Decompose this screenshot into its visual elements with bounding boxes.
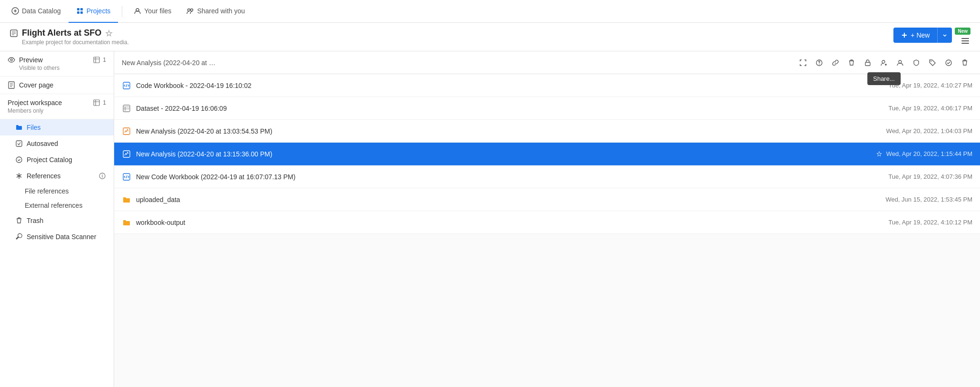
file-date: Tue, Apr 19, 2022, 4:07:36 PM [888,173,972,180]
table-row[interactable]: New Code Workbook (2022-04-19 at 16:07:0… [114,165,980,188]
dataset-icon [122,104,131,113]
sidebar-file-references[interactable]: File references [0,184,114,198]
new-button-arrow[interactable] [937,28,952,43]
new-button[interactable]: + New [893,28,937,43]
svg-point-12 [10,59,12,61]
table-row[interactable]: uploaded_data Wed, Jun 15, 2022, 1:53:45… [114,188,980,211]
project-file-icon [10,29,18,38]
sidebar: Preview 1 Visible to others Cover page P… [0,51,114,387]
sidebar-external-references[interactable]: External references [0,198,114,213]
table-row[interactable]: Dataset - 2022-04-19 16:06:09 Tue, Apr 1… [114,97,980,120]
svg-rect-15 [94,100,99,106]
check-icon-btn[interactable] [941,55,956,70]
svg-rect-3 [77,11,79,14]
tab-shared-with-you-label: Shared with you [197,7,245,15]
tab-data-catalog-label: Data Catalog [22,7,61,15]
table-row[interactable]: New Analysis (2022-04-20 at 13:15:36.00 … [114,143,980,165]
tag-icon [929,59,936,67]
tag-icon-btn[interactable] [925,55,940,70]
help-icon-btn[interactable] [812,55,827,70]
check-circle-icon [945,59,952,67]
project-header: Flight Alerts at SFO Example project for… [0,23,980,51]
file-date: Tue, Apr 19, 2022, 4:10:27 PM [888,82,972,89]
svg-rect-13 [94,57,99,63]
user-icon [896,59,904,67]
folder1-icon [122,195,131,204]
asterisk-icon [15,172,23,180]
workspace-table-icon [93,99,100,106]
file-date: Wed, Apr 20, 2022, 1:15:44 PM [886,150,972,157]
file-icon [122,104,131,113]
top-nav: Data Catalog Projects Your files Shared … [0,0,980,23]
svg-rect-2 [80,8,83,10]
svg-rect-16 [16,141,22,146]
shield-icon-btn[interactable] [909,55,924,70]
sidebar-cover-page[interactable]: Cover page [0,77,114,94]
lock-icon [864,59,872,67]
toolbar-actions: Share... [795,55,972,70]
sidebar-references-header[interactable]: References [0,168,114,184]
preview-sublabel: Visible to others [19,65,106,71]
file-icon [122,149,131,159]
lock-icon-btn[interactable] [860,55,875,70]
link-icon-btn[interactable] [828,55,843,70]
project-catalog-label: Project Catalog [27,156,72,164]
star-selected-icon[interactable] [876,151,882,157]
file-date: Wed, Apr 20, 2022, 1:04:03 PM [886,127,972,135]
file-date: Tue, Apr 19, 2022, 4:10:12 PM [888,219,972,226]
svg-rect-20 [865,62,870,66]
svg-point-6 [188,9,190,11]
svg-rect-1 [77,8,79,10]
delete-icon [848,59,855,67]
svg-rect-9 [961,38,969,39]
tab-shared-with-you[interactable]: Shared with you [179,0,252,23]
svg-point-22 [899,60,902,63]
external-references-label: External references [25,202,82,209]
share-btn-wrapper: Share... [876,55,892,70]
project-workspace-label: Project workspace [8,99,62,106]
tab-your-files[interactable]: Your files [126,0,179,23]
tab-your-files-label: Your files [144,7,171,15]
tab-projects[interactable]: Projects [69,0,118,23]
sidebar-preview[interactable]: Preview 1 Visible to others [0,51,114,77]
project-subtitle: Example project for documentation media. [22,39,129,46]
expand-icon-btn[interactable] [795,55,811,70]
new-badge: New [955,28,970,35]
sidebar-sensitive-data-scanner[interactable]: Sensitive Data Scanner [0,229,114,245]
file-name: Dataset - 2022-04-19 16:06:09 [136,105,888,112]
content-area: New Analysis (2022-04-20 at … [114,51,980,387]
sidebar-trash[interactable]: Trash [0,213,114,229]
table-row[interactable]: Code Workbook - 2022-04-19 16:10:02 Tue,… [114,74,980,97]
tab-data-catalog[interactable]: Data Catalog [4,0,69,23]
svg-point-17 [16,157,22,163]
star-icon[interactable] [105,29,113,37]
svg-point-24 [946,60,951,66]
share-icon-btn[interactable] [876,55,892,70]
file-date: Wed, Jun 15, 2022, 1:53:45 PM [885,196,972,203]
sidebar-project-catalog[interactable]: Project Catalog [0,152,114,168]
user-icon-btn[interactable] [892,55,908,70]
folder2-icon [122,218,131,227]
trash-toolbar-btn[interactable] [957,55,972,70]
delete-icon-btn[interactable] [844,55,859,70]
table-row[interactable]: workbook-output Tue, Apr 19, 2022, 4:10:… [114,211,980,234]
book-icon [8,81,15,89]
project-title: Flight Alerts at SFO [22,28,101,38]
sensitive-data-scanner-label: Sensitive Data Scanner [27,233,96,241]
help-icon [815,59,823,67]
share-tooltip: Share... [867,72,901,85]
chevron-down-icon [942,33,947,38]
eye-icon [8,56,15,64]
folder-open-icon [15,124,23,131]
sidebar-files[interactable]: Files [0,119,114,135]
sidebar-project-workspace[interactable]: Project workspace 1 Members only [0,94,114,119]
file-icon [122,172,131,182]
table-row[interactable]: New Analysis (2022-04-20 at 13:03:54.53 … [114,120,980,143]
svg-rect-4 [80,11,83,14]
project-workspace-badge: 1 [103,99,106,106]
project-catalog-icon [15,156,23,164]
file-name: New Analysis (2022-04-20 at 13:15:36.00 … [136,150,872,158]
code-workbook-icon [122,81,131,90]
sidebar-autosaved[interactable]: Autosaved [0,135,114,152]
table-icon [93,57,100,63]
